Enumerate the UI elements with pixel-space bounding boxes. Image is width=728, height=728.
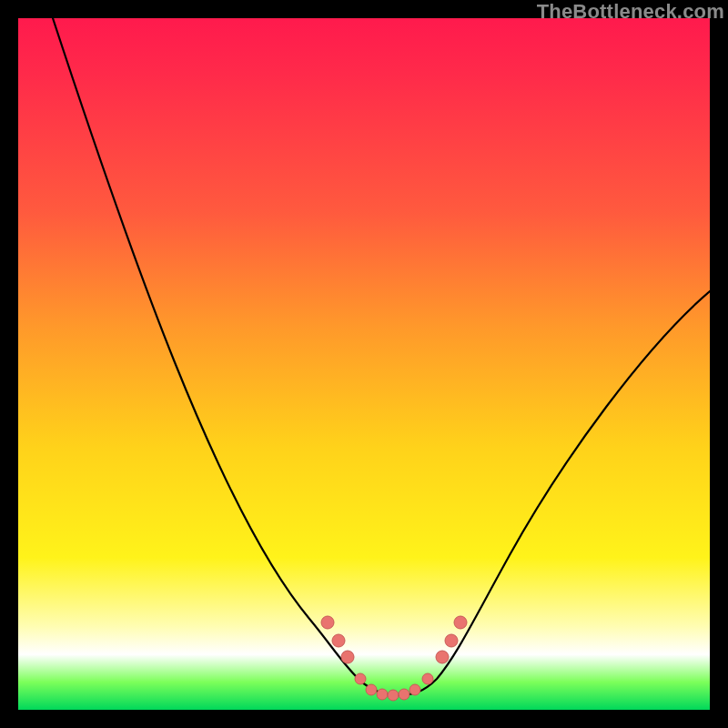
marker-dot xyxy=(388,690,399,701)
marker-dot xyxy=(399,689,410,700)
marker-dot xyxy=(355,673,366,684)
marker-dot xyxy=(341,651,354,663)
marker-dot xyxy=(366,684,377,695)
marker-dot xyxy=(410,684,420,695)
marker-dot xyxy=(377,689,388,700)
marker-dot xyxy=(436,651,449,663)
marker-dot xyxy=(445,634,458,647)
marker-dot xyxy=(454,616,467,629)
watermark-text: TheBottleneck.com xyxy=(537,0,724,24)
marker-dot xyxy=(321,616,334,629)
bottleneck-curve xyxy=(53,18,710,695)
chart-frame xyxy=(18,18,710,710)
marker-dot xyxy=(332,634,345,647)
plot-area xyxy=(18,18,710,710)
marker-dot xyxy=(422,673,433,684)
curve-layer xyxy=(18,18,710,710)
